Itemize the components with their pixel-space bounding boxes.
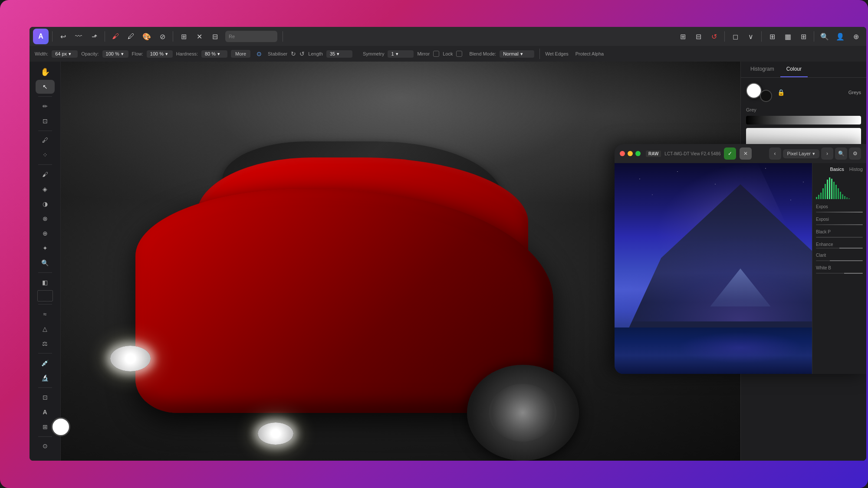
- width-chevron: ▾: [69, 51, 71, 57]
- toolbar-icon-dropdown[interactable]: ∨: [744, 29, 758, 43]
- tablet-fullscreen-dot[interactable]: [635, 151, 641, 156]
- search-placeholder: Re: [229, 34, 235, 39]
- background-circle[interactable]: [760, 90, 772, 102]
- toolbar-icon-grid2[interactable]: ⊟: [208, 29, 222, 43]
- tool-pan[interactable]: ✋: [36, 65, 55, 79]
- lock-label: Lock: [443, 51, 453, 56]
- tool-crop[interactable]: ⊡: [36, 390, 55, 404]
- blend-mode-value[interactable]: Normal ▾: [500, 50, 534, 58]
- length-value[interactable]: 35 ▾: [326, 50, 352, 58]
- stabiliser-toggle-icon[interactable]: ⊙: [254, 49, 264, 59]
- toolbar-icon-view-extra[interactable]: ⊞: [796, 29, 810, 43]
- sync-icon[interactable]: ↻: [291, 50, 296, 57]
- tablet-settings-btn[interactable]: ⚙: [849, 147, 861, 160]
- tool-brush[interactable]: ✏: [36, 99, 55, 113]
- toolbar-separator-6: [761, 31, 762, 42]
- symmetry-value[interactable]: 1 ▾: [388, 50, 414, 58]
- toolbar-icon-search[interactable]: 🔍: [818, 29, 832, 43]
- tool-gradient[interactable]: ◧: [36, 275, 55, 289]
- tablet-search-btn[interactable]: 🔍: [835, 147, 847, 160]
- toolbar-search-field[interactable]: Re: [225, 31, 277, 42]
- tablet-next-btn[interactable]: ›: [821, 147, 833, 160]
- blend-chevron: ▾: [520, 51, 523, 57]
- tool-paint[interactable]: 🖌: [36, 167, 55, 181]
- toolbar-icon-brush[interactable]: 🖊: [124, 29, 138, 43]
- toolbar-icon-brush-red[interactable]: 🖌: [108, 29, 122, 43]
- headlight-right: [258, 422, 293, 445]
- toolbar-icon-undo[interactable]: ↩: [56, 29, 70, 43]
- toolbar-icon-history[interactable]: ↺: [707, 29, 721, 43]
- width-label: Width:: [35, 51, 48, 56]
- toolbar-separator-2: [105, 31, 105, 42]
- flow-value[interactable]: 100 % ▾: [147, 50, 173, 58]
- headlight-left: [110, 346, 151, 371]
- app-logo[interactable]: A: [33, 29, 49, 44]
- svg-rect-14: [846, 197, 848, 199]
- tablet-close-btn[interactable]: ✕: [740, 147, 752, 160]
- blackpoint-slider-track[interactable]: [816, 237, 863, 238]
- tool-heal[interactable]: ✦: [36, 241, 55, 255]
- opacity-chevron: ▾: [121, 51, 124, 57]
- tablet-close-dot[interactable]: [620, 151, 625, 156]
- toolbar-icon-split[interactable]: ✕: [192, 29, 206, 43]
- svg-rect-4: [825, 184, 826, 199]
- histog-tab[interactable]: Histog: [849, 167, 863, 172]
- layer-chevron: ▾: [812, 151, 815, 157]
- clarity-slider-track[interactable]: [816, 260, 863, 261]
- toolbar-icon-layers[interactable]: ⊞: [676, 29, 690, 43]
- toolbar-icon-grid[interactable]: ⊞: [177, 29, 191, 43]
- lock-icon[interactable]: 🔒: [777, 89, 785, 96]
- tool-transform[interactable]: ⊡: [36, 114, 55, 128]
- toolbar-icon-user[interactable]: 👤: [833, 29, 847, 43]
- tool-balance[interactable]: ⚖: [36, 337, 55, 350]
- tablet-prev-btn[interactable]: ‹: [769, 147, 781, 160]
- toolbar-icon-view-panels[interactable]: ▦: [781, 29, 795, 43]
- tool-node[interactable]: ⁘: [36, 148, 55, 162]
- tool-eyedropper2[interactable]: 🔬: [36, 371, 55, 385]
- tab-histogram[interactable]: Histogram: [744, 62, 780, 77]
- mirror-checkbox[interactable]: [433, 51, 439, 57]
- white-balance-slider-track[interactable]: [816, 273, 863, 274]
- hardness-value[interactable]: 80 % ▾: [201, 50, 227, 58]
- toolbar-icon-mask[interactable]: ◻: [728, 29, 742, 43]
- width-value[interactable]: 64 px ▾: [52, 50, 78, 58]
- toolbar-icon-channels[interactable]: ⊟: [691, 29, 705, 43]
- tool-pen[interactable]: 🖋: [36, 133, 55, 147]
- tool-selection-rect[interactable]: [37, 290, 53, 302]
- toolbar-icon-export[interactable]: ⬏: [87, 29, 101, 43]
- tool-zoom[interactable]: ⊙: [36, 439, 55, 453]
- sync-icon2[interactable]: ↺: [299, 50, 305, 57]
- more-button[interactable]: More: [231, 50, 250, 58]
- toolbar-icon-color-wheel[interactable]: 🎨: [140, 29, 154, 43]
- tool-text[interactable]: A: [36, 405, 55, 419]
- tool-fill[interactable]: ◈: [36, 182, 55, 196]
- toolbar-icon-view-grid[interactable]: ⊞: [765, 29, 779, 43]
- tablet-layer-label[interactable]: Pixel Layer ▾: [783, 149, 819, 158]
- exposure-slider-track[interactable]: [816, 212, 863, 213]
- tool-eyedropper[interactable]: 💉: [36, 356, 55, 370]
- tool-magnify[interactable]: 🔍: [36, 256, 55, 270]
- basics-tab[interactable]: Basics: [830, 167, 844, 172]
- enhance-slider-track[interactable]: [816, 248, 863, 249]
- tool-clone[interactable]: ⊕: [36, 226, 55, 240]
- toolbar-icon-wave[interactable]: 〰: [72, 29, 85, 43]
- tool-sharpen[interactable]: △: [36, 322, 55, 336]
- toolbar-icon-erase[interactable]: ⊘: [155, 29, 169, 43]
- foreground-color-swatch[interactable]: [51, 417, 70, 436]
- foreground-circle[interactable]: [746, 83, 762, 98]
- tool-dodge[interactable]: ◑: [36, 197, 55, 211]
- logo-char: A: [38, 33, 43, 40]
- tablet-confirm-btn[interactable]: ✓: [724, 147, 736, 160]
- lock-checkbox[interactable]: [456, 51, 462, 57]
- tablet-minimize-dot[interactable]: [628, 151, 633, 156]
- tab-colour[interactable]: Colour: [780, 62, 808, 77]
- option-spacer: [356, 47, 359, 61]
- tool-smudge[interactable]: ≈: [36, 307, 55, 321]
- tool-erase[interactable]: ⊗: [36, 212, 55, 226]
- wheel-hub: [489, 384, 556, 441]
- exposure2-slider-track[interactable]: [816, 224, 863, 225]
- toolbar-icon-share[interactable]: ⊕: [849, 29, 863, 43]
- grey-gradient-bar[interactable]: [746, 116, 861, 124]
- tool-select[interactable]: ↖: [36, 80, 55, 94]
- opacity-value[interactable]: 100 % ▾: [102, 50, 128, 58]
